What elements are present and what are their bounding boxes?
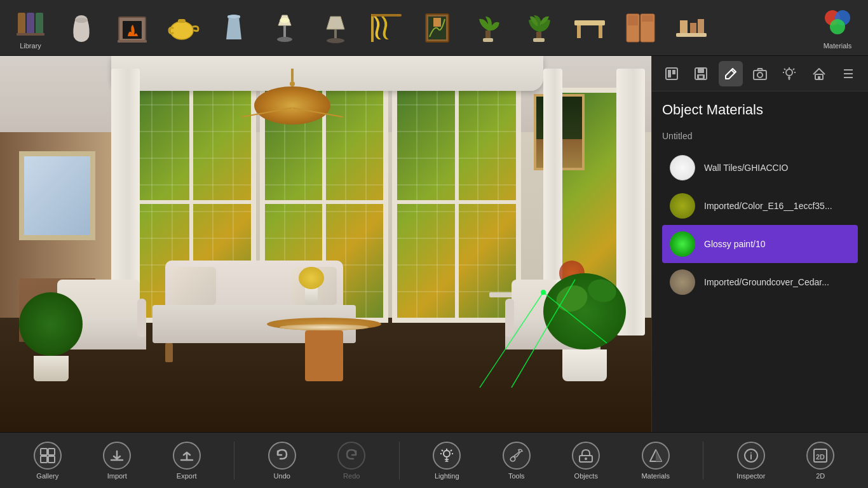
window-right — [392, 81, 521, 323]
svg-rect-40 — [676, 33, 707, 37]
bottom-btn-2d[interactable]: 2D 2D — [798, 435, 843, 486]
svg-line-80 — [451, 450, 452, 451]
main-area: ‹ — [0, 56, 868, 432]
bottom-btn-undo[interactable]: Undo — [260, 435, 304, 486]
svg-rect-29 — [577, 25, 581, 38]
right-panel-toolbar — [652, 56, 868, 92]
toolbar-library[interactable]: Library — [5, 3, 56, 53]
material-item-glossy-paint[interactable]: Glossy paint/10 — [662, 225, 858, 263]
export-icon — [173, 442, 201, 470]
curtain-icon — [370, 11, 403, 44]
toolbar-cabinet[interactable] — [615, 3, 666, 53]
2d-icon: 2D — [806, 442, 834, 470]
svg-point-13 — [227, 15, 240, 18]
svg-rect-48 — [666, 68, 677, 79]
material-swatch-wall-tiles — [670, 155, 695, 180]
panel-tool-light[interactable] — [777, 61, 801, 86]
jug-icon — [217, 11, 250, 44]
svg-text:i: i — [750, 451, 752, 461]
toolbar-curtain[interactable] — [361, 3, 412, 53]
toolbar-plant2[interactable] — [513, 3, 564, 53]
svg-rect-20 — [371, 14, 402, 17]
panel-tool-camera[interactable] — [748, 61, 772, 86]
panel-tool-list[interactable] — [836, 61, 860, 86]
bottom-btn-redo[interactable]: Redo — [329, 435, 374, 486]
panel-tool-home[interactable] — [806, 61, 831, 86]
material-item-color-e16[interactable]: Imported/Color_E16__1eccf35... — [662, 187, 858, 225]
inspector-label: Inspector — [736, 472, 765, 480]
svg-rect-8 — [118, 40, 147, 43]
panel-tool-paint[interactable] — [719, 61, 743, 86]
svg-point-58 — [786, 69, 792, 76]
svg-rect-24 — [485, 30, 491, 39]
bottom-btn-gallery[interactable]: Gallery — [25, 435, 70, 486]
material-swatch-groundcover — [670, 269, 695, 295]
plant1-icon — [471, 11, 505, 44]
undo-icon — [268, 442, 296, 470]
svg-rect-50 — [672, 70, 675, 74]
tools-icon — [503, 442, 531, 470]
svg-rect-54 — [699, 76, 703, 78]
svg-point-86 — [585, 458, 587, 460]
coffee-table — [267, 305, 381, 381]
library-icon — [14, 6, 47, 39]
material-name-groundcover: Imported/Groundcover_Cedar... — [704, 277, 829, 287]
svg-text:2D: 2D — [816, 453, 825, 461]
undo-label: Undo — [274, 472, 290, 480]
toolbar-teapot[interactable] — [158, 3, 208, 53]
import-icon — [103, 442, 131, 470]
svg-rect-25 — [483, 38, 493, 42]
svg-rect-52 — [698, 68, 704, 73]
svg-line-61 — [784, 69, 785, 70]
panel-tool-scene[interactable] — [660, 61, 684, 86]
svg-rect-37 — [680, 20, 688, 33]
materials-bottom-label: Materials — [641, 472, 670, 480]
top-toolbar: Library — [0, 0, 868, 56]
bottom-btn-lighting[interactable]: Lighting — [424, 435, 469, 486]
redo-icon — [337, 442, 365, 470]
bottom-btn-import[interactable]: Import — [95, 435, 139, 486]
toolbar-shelf[interactable] — [666, 3, 717, 53]
toolbar-vase[interactable] — [56, 3, 107, 53]
divider-2 — [399, 442, 400, 480]
svg-point-57 — [757, 72, 763, 78]
export-label: Export — [177, 472, 197, 480]
svg-rect-30 — [599, 25, 602, 38]
panel-tool-save[interactable] — [689, 61, 713, 86]
toolbar-table[interactable] — [564, 3, 615, 53]
toolbar-painting[interactable] — [412, 3, 463, 53]
viewport[interactable]: ‹ — [0, 56, 651, 432]
right-panel: Object Materials Untitled Wall Tiles/GHI… — [651, 56, 868, 432]
toolbar-materials[interactable]: Materials — [812, 3, 863, 53]
teapot-icon — [166, 11, 200, 44]
divider-3 — [703, 442, 703, 480]
toolbar-jug[interactable] — [208, 3, 259, 53]
bottom-btn-materials[interactable]: Materials — [634, 435, 678, 486]
material-item-wall-tiles[interactable]: Wall Tiles/GHIACCIO — [662, 149, 858, 187]
vase-icon — [65, 11, 98, 44]
room-scene: ‹ — [0, 56, 651, 432]
material-item-groundcover[interactable]: Imported/Groundcover_Cedar... — [662, 263, 858, 301]
toolbar-lamp2[interactable] — [310, 3, 361, 53]
bottom-btn-objects[interactable]: Objects — [564, 435, 608, 486]
svg-rect-27 — [533, 38, 545, 42]
shelf-icon — [675, 11, 708, 44]
bottom-btn-inspector[interactable]: i Inspector — [729, 435, 773, 486]
material-name-glossy-paint: Glossy paint/10 — [704, 239, 766, 249]
svg-rect-49 — [668, 70, 671, 78]
bottom-btn-tools[interactable]: Tools — [494, 435, 539, 486]
toolbar-lamp[interactable] — [259, 3, 310, 53]
toolbar-fireplace[interactable] — [107, 3, 158, 53]
bottom-btn-export[interactable]: Export — [165, 435, 209, 486]
material-swatch-glossy-paint — [670, 231, 695, 257]
svg-rect-2 — [36, 13, 43, 36]
svg-rect-23 — [433, 18, 441, 27]
table-icon — [573, 11, 606, 44]
svg-rect-1 — [27, 13, 34, 36]
tools-label: Tools — [508, 472, 525, 480]
svg-rect-75 — [48, 456, 55, 463]
toolbar-plant1[interactable] — [463, 3, 513, 53]
object-materials-panel: Object Materials Untitled Wall Tiles/GHI… — [652, 92, 868, 432]
divider-1 — [234, 442, 234, 480]
materials-icon — [821, 6, 854, 39]
